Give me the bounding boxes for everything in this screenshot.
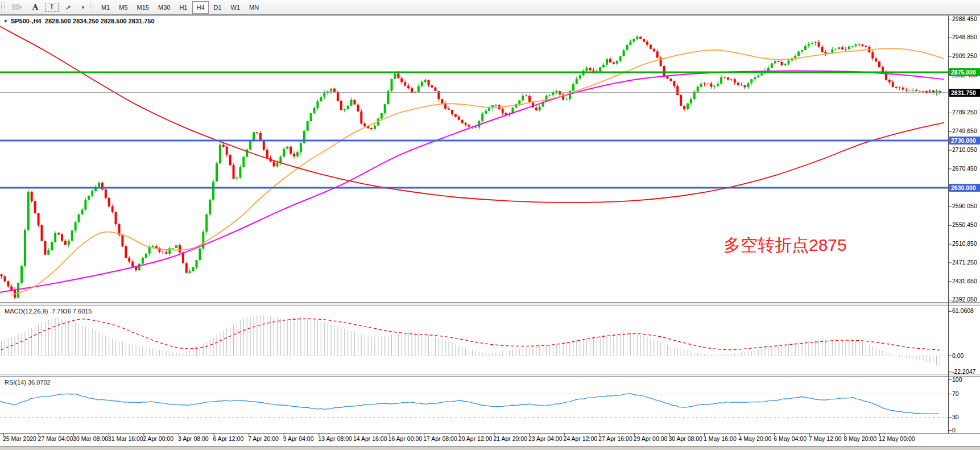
rsi-label: RSI(14) 36.0702 — [5, 379, 51, 386]
level-price-label: 2730.000 — [949, 137, 980, 145]
price-tick-label: 2789.250 — [952, 109, 977, 116]
rsi-tick-label: 0 — [952, 427, 956, 434]
level-price-label: 2630.000 — [949, 184, 980, 192]
rsi-tick-label: 30 — [952, 414, 959, 421]
time-axis-label: 23 Apr 04:00 — [528, 435, 563, 442]
time-axis-label: 8 May 20:00 — [843, 435, 876, 442]
level-price-label: 2875.000 — [949, 68, 980, 76]
time-axis-label: 6 Apr 12:00 — [213, 435, 244, 442]
price-tick-label: 2590.050 — [952, 203, 977, 210]
time-axis-label: 29 Apr 00:00 — [634, 435, 668, 442]
mt4-window: FAT➚▾ M1M5M15M30H1H4D1W1MN ▼SP500-,H4 28… — [0, 0, 980, 450]
time-axis-label: 3 Apr 08:00 — [178, 435, 209, 442]
macd-tick-label: -22.2047 — [952, 368, 975, 375]
price-tick-label: 2392.050 — [952, 296, 977, 303]
macd-label: MACD(12,26,9) -7.7936 7.6015 — [5, 308, 92, 315]
time-axis-label: 21 Apr 20:00 — [493, 435, 527, 442]
symbol-ohlc-values: 2828.500 2834.250 2828.500 2831.750 — [45, 18, 155, 24]
time-axis-label: 30 Mar 08:00 — [73, 435, 108, 442]
symbol-dropdown-icon[interactable]: ▼ — [3, 19, 8, 24]
time-axis-label: 27 Apr 16:00 — [598, 435, 632, 442]
time-axis-label: 4 May 20:00 — [739, 435, 772, 442]
time-axis-label: 31 Mar 16:00 — [108, 435, 143, 442]
time-axis-label: 14 Apr 16:00 — [353, 435, 387, 442]
current-price-label: 2831.750 — [949, 89, 980, 97]
rsi-tick-label: 70 — [952, 390, 959, 398]
price-annotation-text: 多空转折点2875 — [723, 234, 847, 257]
time-axis-label: 2 Apr 00:00 — [143, 435, 173, 442]
time-axis-label: 6 May 04:00 — [774, 435, 807, 442]
price-tick-label: 2431.650 — [952, 278, 977, 285]
price-tick-label: 2948.850 — [952, 34, 977, 41]
price-tick-label: 2909.250 — [952, 52, 977, 60]
time-axis-label: 25 Mar 2020 — [3, 435, 36, 442]
time-axis-label: 13 Apr 08:00 — [318, 435, 352, 442]
time-axis-label: 30 Apr 08:00 — [668, 435, 702, 442]
time-axis-label: 27 Mar 04:00 — [38, 435, 73, 442]
price-tick-label: 2510.850 — [952, 240, 977, 247]
price-tick-label: 2550.450 — [952, 221, 977, 229]
price-tick-label: 2670.450 — [952, 165, 977, 172]
price-tick-label: 2749.650 — [952, 127, 977, 135]
symbol-bar[interactable]: ▼SP500-,H4 2828.500 2834.250 2828.500 28… — [3, 18, 155, 24]
symbol-title: SP500-,H4 — [11, 18, 42, 24]
price-chart-canvas[interactable] — [0, 0, 980, 450]
time-axis-label: 16 Apr 00:00 — [388, 435, 423, 442]
time-axis-label: 17 Apr 08:00 — [423, 435, 457, 442]
time-axis-label: 7 May 12:00 — [809, 435, 842, 442]
macd-tick-label: 0.00 — [952, 352, 964, 360]
time-axis-label: 24 Apr 12:00 — [564, 435, 598, 442]
time-axis-label: 9 Apr 04:00 — [283, 435, 314, 442]
price-tick-label: 2988.450 — [952, 15, 977, 23]
macd-tick-label: 61.0608 — [952, 307, 974, 315]
time-axis-label: 20 Apr 12:00 — [458, 435, 493, 442]
price-tick-label: 2471.250 — [952, 259, 977, 266]
time-axis-label: 7 Apr 20:00 — [248, 435, 279, 442]
time-axis-label: 1 May 16:00 — [704, 435, 737, 442]
price-tick-label: 2710.050 — [952, 146, 977, 154]
rsi-tick-label: 100 — [952, 376, 962, 383]
time-axis-label: 12 May 00:00 — [879, 435, 915, 442]
